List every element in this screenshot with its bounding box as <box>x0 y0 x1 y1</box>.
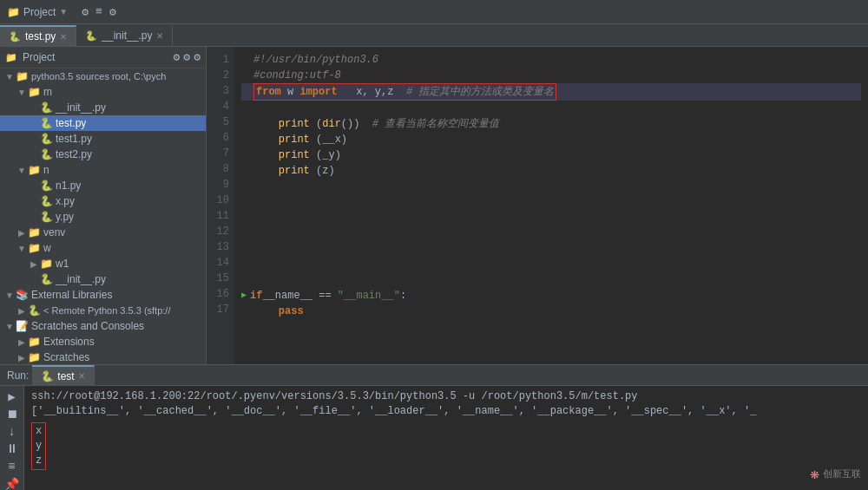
expand-arrow-w[interactable]: ▼ <box>16 244 28 253</box>
code-line-13 <box>241 241 861 257</box>
folder-scratches-icon: 📁 <box>28 351 41 363</box>
sidebar-folder-icon: 📁 <box>5 52 17 63</box>
tree-item-init-w-py[interactable]: 🐍 __init__.py <box>0 271 206 287</box>
tree-item-extensions[interactable]: ▶ 📁 Extensions <box>0 334 206 350</box>
line-numbers: 12345 678910 1112131415 1617 <box>207 47 234 364</box>
expand-arrow-w1[interactable]: ▶ <box>28 259 40 269</box>
folder-w-icon: 📁 <box>28 242 41 254</box>
code-content[interactable]: #!/usr/bin/python3.6 #conding:utf-8 from… <box>234 47 868 364</box>
tree-item-m[interactable]: ▼ 📁 m <box>0 84 206 100</box>
expand-arrow-venv[interactable]: ▶ <box>16 228 28 238</box>
code-line-4 <box>241 101 861 116</box>
folder-w1-icon: 📁 <box>40 258 53 270</box>
run-play-icon[interactable]: ▶ <box>8 389 15 404</box>
tree-item-init-py[interactable]: 🐍 __init__.py <box>0 100 206 115</box>
tree-item-extlibs[interactable]: ▼ 📚 External Libraries <box>0 287 206 303</box>
settings-icon[interactable]: ⚙ <box>82 5 89 19</box>
cmd-line: ssh://root@192.168.1.200:22/root/.pyenv/… <box>31 389 861 404</box>
expand-arrow-extlibs[interactable]: ▼ <box>3 291 16 300</box>
code-line-5: print (dir()) # 查看当前名称空间变量值 <box>241 116 861 132</box>
code-line-6: print (__x) <box>241 132 861 147</box>
expand-arrow-python35[interactable]: ▼ <box>3 72 16 82</box>
tree-item-y-py[interactable]: 🐍 y.py <box>0 209 206 225</box>
py-test1-icon: 🐍 <box>40 133 53 145</box>
collapse-icon[interactable]: ⚙ <box>174 50 181 64</box>
tab-init-close-icon[interactable]: ✕ <box>156 31 163 41</box>
code-line-16: ▶if __name__ == "__main__": <box>241 288 861 304</box>
tree-item-test1-py[interactable]: 🐍 test1.py <box>0 131 206 147</box>
expand-arrow-remotepy[interactable]: ▶ <box>16 306 28 316</box>
tab-py-icon: 🐍 <box>9 31 21 42</box>
tree-item-remotepy[interactable]: ▶ 🐍 < Remote Python 3.5.3 (sftp:// <box>0 303 206 318</box>
code-line-7: print (_y) <box>241 147 861 163</box>
main-content: 📁 Project ⚙ ⚙ ⚙ ▼ 📁 python3.5 sources ro… <box>0 47 868 364</box>
watermark: ❋ 创新互联 <box>810 464 861 483</box>
folder-m-icon: 📁 <box>28 86 41 98</box>
code-line-10 <box>241 194 861 210</box>
top-bar: 📁 Project ▼ ⚙ ≡ ⚙ <box>0 0 868 24</box>
stop-icon[interactable]: ⏹ <box>6 408 18 421</box>
editor-tab-bar: 🐍 test.py ✕ 🐍 __init__.py ✕ <box>0 24 868 47</box>
tree-item-venv[interactable]: ▶ 📁 venv <box>0 225 206 240</box>
scroll-down-icon[interactable]: ↓ <box>8 425 15 439</box>
tab-init-icon: 🐍 <box>85 30 97 42</box>
bottom-tab-close-icon[interactable]: ✕ <box>78 371 85 381</box>
tree-item-test-py[interactable]: 🐍 test.py <box>0 115 206 131</box>
sidebar-header-icons: ⚙ ⚙ ⚙ <box>174 50 201 64</box>
sidebar-header: 📁 Project ⚙ ⚙ ⚙ <box>0 47 206 69</box>
project-sidebar: 📁 Project ⚙ ⚙ ⚙ ▼ 📁 python3.5 sources ro… <box>0 47 207 364</box>
output-line1: ['__builtins__', '__cached__', '__doc__'… <box>31 404 861 419</box>
tree-item-n1-py[interactable]: 🐍 n1.py <box>0 178 206 193</box>
extlibs-icon: 📚 <box>16 289 29 301</box>
run-label: Run: <box>0 369 32 382</box>
tree-item-python35[interactable]: ▼ 📁 python3.5 sources root, C:\pych <box>0 69 206 84</box>
folder-venv-icon: 📁 <box>28 226 41 238</box>
bottom-content: ssh://root@192.168.1.200:22/root/.pyenv/… <box>24 386 868 490</box>
py-init-w-icon: 🐍 <box>40 273 53 285</box>
sync-icon[interactable]: ⚙ <box>183 50 190 64</box>
project-title: 📁 Project ▼ <box>7 6 68 18</box>
configure-icon[interactable]: ≡ <box>95 5 102 18</box>
tree-item-scratches[interactable]: ▼ 📝 Scratches and Consoles <box>0 318 206 334</box>
bottom-tab-test[interactable]: 🐍 test ✕ <box>32 365 94 386</box>
expand-arrow-n[interactable]: ▼ <box>16 166 28 175</box>
expand-arrow-scratches[interactable]: ▼ <box>3 322 16 331</box>
code-line-15 <box>241 272 861 288</box>
code-line-9 <box>241 179 861 194</box>
expand-arrow-scratches-folder[interactable]: ▶ <box>16 353 28 363</box>
dropdown-arrow-icon[interactable]: ▼ <box>59 7 68 16</box>
tree-item-test2-py[interactable]: 🐍 test2.py <box>0 147 206 162</box>
code-line-12 <box>241 225 861 241</box>
folder-python35-icon: 📁 <box>16 70 29 82</box>
gear-icon[interactable]: ⚙ <box>194 50 201 64</box>
more-icon[interactable]: ⚙ <box>109 5 116 19</box>
code-editor[interactable]: 12345 678910 1112131415 1617 #!/usr/bin/… <box>207 47 868 364</box>
watermark-text: 创新互联 <box>823 467 861 480</box>
top-bar-icons: ⚙ ≡ ⚙ <box>82 5 115 19</box>
code-line-3: from w import x, y,z # 指定其中的方法或类及变量名 <box>241 83 861 101</box>
tree-item-scratches-folder[interactable]: ▶ 📁 Scratches <box>0 350 206 364</box>
py-n1-icon: 🐍 <box>40 180 53 192</box>
bottom-panel: Run: 🐍 test ✕ ▶ ⏹ ↓ ⏸ ≡ 📌 ssh://root@192… <box>0 364 868 490</box>
folder-n-icon: 📁 <box>28 164 41 176</box>
folder-icon: 📁 <box>7 6 20 18</box>
tree-item-n[interactable]: ▼ 📁 n <box>0 162 206 178</box>
tab-init-py[interactable]: 🐍 __init__.py ✕ <box>76 25 173 46</box>
scratches-icon: 📝 <box>16 320 29 332</box>
py-x-icon: 🐍 <box>40 195 53 207</box>
tree-item-w[interactable]: ▼ 📁 w <box>0 240 206 256</box>
tab-close-icon[interactable]: ✕ <box>60 32 67 42</box>
pause-icon[interactable]: ⏸ <box>6 442 18 456</box>
code-line-8: print (z) <box>241 163 861 179</box>
output-box: xyz <box>31 422 46 470</box>
bottom-main: ▶ ⏹ ↓ ⏸ ≡ 📌 ssh://root@192.168.1.200:22/… <box>0 386 868 490</box>
tree-item-x-py[interactable]: 🐍 x.py <box>0 193 206 209</box>
tree-item-w1[interactable]: ▶ 📁 w1 <box>0 256 206 271</box>
tab-test-py[interactable]: 🐍 test.py ✕ <box>0 25 76 46</box>
expand-arrow-extensions[interactable]: ▶ <box>16 337 28 347</box>
filter-icon[interactable]: ≡ <box>8 460 15 474</box>
expand-arrow-m[interactable]: ▼ <box>16 88 28 97</box>
watermark-logo-icon: ❋ <box>810 464 819 483</box>
py-test2-icon: 🐍 <box>40 148 53 160</box>
pin-icon[interactable]: 📌 <box>4 477 19 490</box>
